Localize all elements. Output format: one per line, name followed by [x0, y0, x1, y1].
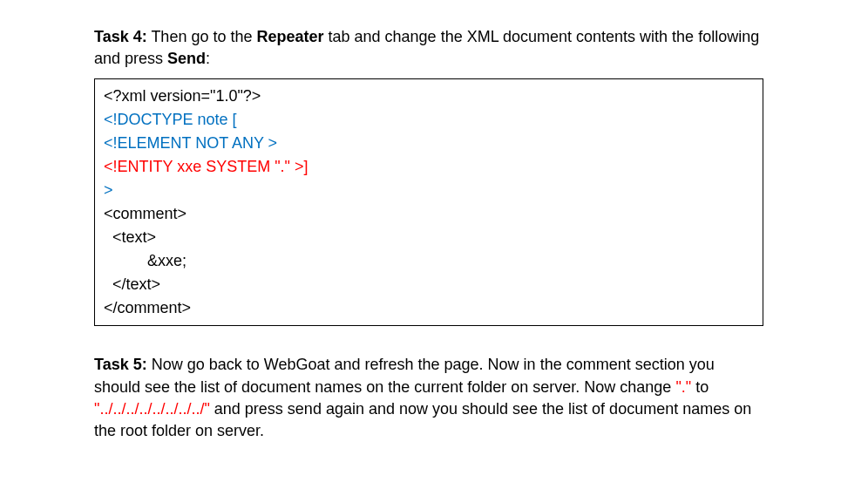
task5-part1: Now go back to WebGoat and refresh the p… [94, 356, 715, 395]
code-line-3: <!ELEMENT NOT ANY > [104, 134, 277, 152]
task4-label: Task 4: [94, 28, 147, 45]
code-line-9: </text> [104, 275, 160, 293]
task5-label: Task 5: [94, 356, 147, 373]
code-line-4: <!ENTITY xxe SYSTEM "." >] [104, 158, 309, 175]
task5-red2: "../../../../../../../../" [94, 400, 210, 418]
task5-red1: "." [675, 378, 691, 396]
task5-mid: to [691, 378, 709, 396]
task4-text-before: Then go to the [147, 28, 257, 45]
task4-paragraph: Task 4: Then go to the Repeater tab and … [94, 26, 763, 70]
task4-send: Send [167, 50, 206, 67]
code-line-1: <?xml version="1.0"?> [104, 87, 261, 105]
code-line-5: > [104, 181, 113, 199]
xml-code-box: <?xml version="1.0"?> <!DOCTYPE note [ <… [94, 78, 763, 326]
document-page: Task 4: Then go to the Repeater tab and … [0, 0, 868, 477]
task4-repeater: Repeater [256, 28, 323, 45]
task4-colon: : [206, 50, 210, 67]
code-line-6: <comment> [104, 205, 186, 222]
code-line-7: <text> [104, 228, 156, 246]
task5-paragraph: Task 5: Now go back to WebGoat and refre… [94, 354, 763, 442]
code-line-10: </comment> [104, 299, 191, 316]
code-line-2: <!DOCTYPE note [ [104, 111, 237, 128]
code-line-8: &xxe; [104, 252, 186, 269]
